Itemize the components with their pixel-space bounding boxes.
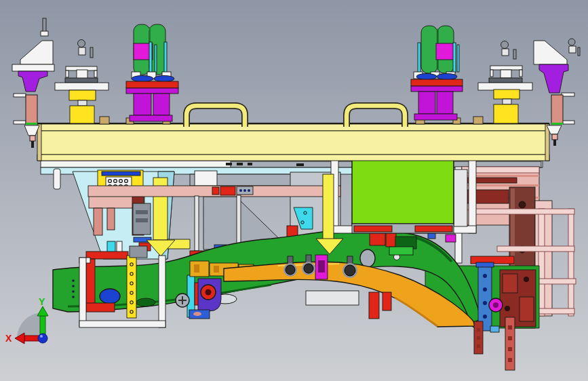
model-canvas[interactable]: X Y — [0, 0, 588, 381]
x-axis-label: X — [5, 333, 12, 344]
main-beam[interactable] — [37, 117, 549, 161]
toggle-clamp-left[interactable] — [126, 24, 178, 121]
axis-fan — [17, 313, 43, 338]
cad-viewport[interactable]: X Y — [0, 0, 588, 381]
rest-pedestal-right[interactable] — [478, 41, 532, 124]
rest-pedestal-left[interactable] — [55, 40, 109, 124]
right-tower-front[interactable] — [471, 256, 536, 370]
hole-strip — [127, 256, 136, 318]
gauge-strip — [505, 317, 515, 370]
clamp-pad — [436, 43, 455, 60]
y-axis-arrowhead — [37, 306, 48, 316]
hanging-pin — [54, 169, 60, 189]
origin-sphere — [38, 334, 47, 343]
axis-triad: X Y — [5, 296, 48, 344]
toggle-clamp-right[interactable] — [411, 26, 463, 120]
y-axis-label: Y — [39, 296, 45, 307]
through-hole — [360, 249, 375, 267]
bushing-hole — [100, 289, 120, 304]
